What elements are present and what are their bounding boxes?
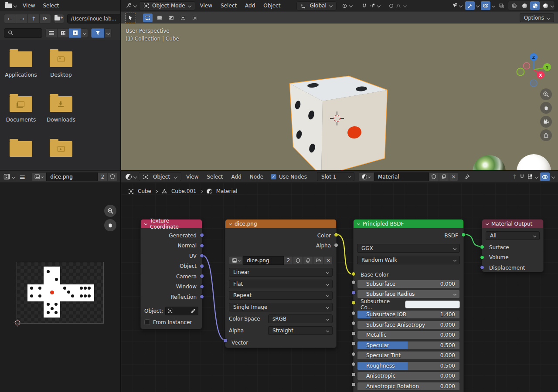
socket-vector[interactable] — [223, 338, 228, 343]
material-slot-dropdown[interactable]: Slot 1 — [317, 172, 354, 181]
socket-color[interactable] — [334, 233, 338, 237]
socket-specular[interactable] — [351, 341, 356, 346]
open-image-button[interactable] — [313, 256, 324, 265]
pivot-point-dropdown[interactable] — [338, 1, 356, 10]
unlink-image-button[interactable]: × — [324, 256, 333, 265]
socket-object[interactable] — [200, 264, 204, 268]
node-header[interactable]: Material Output — [482, 220, 543, 228]
file-list[interactable]: Applications Desktop Documents Downloads — [0, 40, 120, 170]
proportional-editing-controls[interactable] — [385, 1, 410, 10]
color-space-dropdown[interactable]: sRGB — [268, 314, 333, 323]
menu-select[interactable]: Select — [39, 3, 62, 9]
from-instancer-row[interactable]: From Instancer — [144, 319, 198, 325]
menu-view[interactable]: View — [19, 3, 38, 9]
pan-button[interactable] — [540, 102, 552, 114]
anisotropic-slider[interactable]: Anisotropic 0.000 — [357, 372, 460, 380]
menu-add[interactable]: Add — [242, 3, 259, 9]
subsurface-method-dropdown[interactable]: Random Walk — [357, 256, 460, 264]
magnet-icon[interactable] — [519, 174, 525, 179]
socket-subsurface[interactable] — [351, 280, 356, 284]
breadcrumb-object[interactable]: Cube — [138, 188, 151, 194]
create-directory-button[interactable]: + — [54, 14, 64, 24]
pin-icon[interactable] — [464, 174, 470, 180]
editor-type-selector[interactable] — [125, 172, 137, 181]
unlink-material-button[interactable]: × — [449, 172, 458, 181]
mode-dropdown[interactable]: Object Mode — [139, 1, 195, 10]
tool-options-button[interactable]: Options — [520, 13, 554, 22]
socket-surface[interactable] — [480, 245, 484, 249]
socket-generated[interactable] — [200, 233, 204, 237]
select-invert-button[interactable] — [178, 14, 188, 22]
socket-metallic[interactable] — [351, 331, 356, 336]
visibility-dropdown[interactable] — [450, 1, 463, 10]
menu-select[interactable]: Select — [217, 3, 240, 9]
socket-normal[interactable] — [200, 243, 204, 248]
socket-uv[interactable] — [200, 253, 204, 258]
viewport-canvas[interactable]: User Perspective (1) Collection | Cube — [121, 24, 558, 170]
subsurface-ior-slider[interactable]: Subsurface IOR 1.400 — [357, 310, 460, 319]
menu-icon[interactable]: ≡ — [18, 172, 26, 181]
use-nodes-checkbox[interactable]: ✓ Use Nodes — [271, 174, 307, 180]
node-texture-coordinate[interactable]: Texture Coordinate Generated Normal UV O… — [140, 219, 202, 329]
distribution-dropdown[interactable]: GGX — [357, 244, 460, 253]
camera-view-button[interactable] — [540, 116, 552, 128]
navigation-gizmo[interactable]: Z Y X — [515, 51, 554, 90]
node-header[interactable]: Principled BSDF — [354, 220, 463, 228]
editor-type-selector[interactable] — [124, 1, 138, 10]
menu-node[interactable]: Node — [246, 174, 267, 180]
xray-toggle[interactable] — [497, 1, 506, 10]
source-dropdown[interactable]: Single Image — [229, 303, 333, 311]
filter-settings-dropdown[interactable] — [104, 28, 112, 38]
socket-alpha[interactable] — [334, 243, 338, 247]
duplicate-image-button[interactable] — [303, 256, 313, 265]
gizmos-toggle[interactable] — [465, 1, 475, 10]
socket-base-color[interactable] — [351, 272, 356, 276]
select-extend-button[interactable] — [155, 14, 164, 22]
socket-reflection[interactable] — [200, 294, 204, 299]
fake-user-button[interactable] — [429, 172, 439, 181]
node-image-texture[interactable]: dice.png Color Alpha dice.png 2 — [225, 219, 337, 348]
socket-subsurface-ior[interactable] — [351, 311, 356, 315]
browse-image-button[interactable] — [229, 256, 243, 265]
subsurface-anisotropy-slider[interactable]: Subsurface Anisotropy 0.000 — [357, 321, 460, 329]
snap-controls[interactable] — [357, 1, 384, 10]
active-tool-tweak[interactable] — [125, 13, 136, 23]
subsurface-color-swatch[interactable] — [405, 301, 460, 308]
fake-user-button[interactable] — [293, 256, 303, 265]
directory-path-field[interactable]: /Users/inoue.lab... — [67, 14, 120, 24]
roughness-slider[interactable]: Roughness 0.500 — [357, 362, 460, 370]
editor-type-selector[interactable] — [3, 172, 16, 181]
duplicate-material-button[interactable] — [439, 172, 449, 181]
menu-view[interactable]: View — [197, 3, 216, 9]
menu-select[interactable]: Select — [203, 174, 226, 180]
list-item[interactable]: Documents — [1, 96, 41, 141]
list-item[interactable]: Downloads — [41, 96, 81, 141]
socket-displacement[interactable] — [480, 265, 484, 270]
zoom-button[interactable] — [104, 205, 116, 217]
dice-cube-object[interactable] — [121, 24, 558, 170]
material-name-field[interactable]: Material — [374, 172, 429, 181]
users-count-badge[interactable]: 2 — [98, 172, 107, 181]
node-principled-bsdf[interactable]: Principled BSDF BSDF GGX Random Walk Bas… — [353, 219, 464, 392]
socket-subsurface-anisotropy[interactable] — [351, 321, 356, 325]
shading-material-preview-button[interactable] — [530, 1, 540, 10]
display-thumbnails-button[interactable] — [69, 28, 81, 38]
socket-camera[interactable] — [200, 274, 204, 278]
alpha-mode-dropdown[interactable]: Straight — [268, 326, 333, 335]
filter-button[interactable] — [91, 28, 104, 38]
menu-object[interactable]: Object — [260, 3, 284, 9]
breadcrumb-material[interactable]: Material — [216, 188, 238, 194]
node-header[interactable]: Texture Coordinate — [141, 220, 202, 228]
overlays-toggle[interactable] — [481, 1, 490, 10]
select-intersect-button[interactable] — [190, 14, 200, 22]
specular-slider[interactable]: Specular 0.500 — [357, 341, 460, 350]
list-item[interactable]: Applications — [1, 51, 41, 96]
metallic-slider[interactable]: Metallic 0.000 — [357, 331, 460, 339]
forward-button[interactable]: → — [16, 14, 27, 24]
go-parent-node-tree-icon[interactable]: ↑ — [512, 173, 517, 180]
browse-material-button[interactable] — [358, 172, 374, 181]
parent-dir-button[interactable]: ↑ — [27, 14, 39, 24]
target-dropdown[interactable]: All — [486, 231, 540, 240]
subsurface-slider[interactable]: Subsurface 0.000 — [357, 280, 460, 288]
back-button[interactable]: ← — [4, 14, 16, 24]
